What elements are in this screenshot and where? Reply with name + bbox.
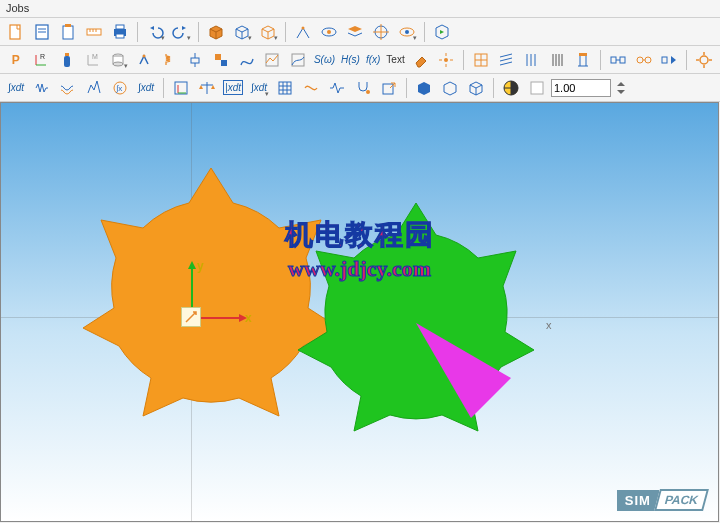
cube-wire2-button[interactable]: ▾ [256, 20, 280, 44]
marker-icon[interactable] [499, 76, 523, 100]
damper-icon[interactable] [184, 48, 208, 72]
toolbar-row-2: P R M ▾ S(ω) H(s) f(x) Text [0, 46, 720, 74]
menu-jobs[interactable]: Jobs [6, 2, 29, 14]
separator [600, 50, 601, 70]
pulse-icon[interactable] [325, 76, 349, 100]
spring2-icon[interactable] [30, 76, 54, 100]
text-label[interactable]: Text [384, 54, 406, 65]
joint-icon[interactable] [132, 48, 156, 72]
ruler-button[interactable] [82, 20, 106, 44]
steth-icon[interactable] [351, 76, 375, 100]
axis-marker-x: x [546, 319, 552, 331]
eye2-button[interactable]: ▾ [395, 20, 419, 44]
toolbar-row-1: ▾ ▾ ▾ ▾ ▾ [0, 18, 720, 46]
p-button[interactable]: P [4, 48, 28, 72]
fx-label[interactable]: f(x) [364, 54, 382, 65]
page-button[interactable] [30, 20, 54, 44]
separator [493, 78, 494, 98]
integral3-button[interactable]: ∫xdt [134, 76, 158, 100]
svg-text:∫x: ∫x [115, 84, 122, 93]
mesh-icon[interactable] [273, 76, 297, 100]
watermark-cn: 机电教程园 [285, 216, 435, 254]
layers-button[interactable] [343, 20, 367, 44]
eye-button[interactable] [317, 20, 341, 44]
svg-point-62 [637, 57, 643, 63]
cube-button[interactable] [204, 20, 228, 44]
eraser-icon[interactable] [409, 48, 433, 72]
box-solid-icon[interactable] [412, 76, 436, 100]
spinner-icon[interactable] [613, 76, 629, 100]
printer-button[interactable] [108, 20, 132, 44]
sw-label[interactable]: S(ω) [312, 54, 337, 65]
svg-rect-25 [65, 53, 69, 56]
waves-icon[interactable] [56, 76, 80, 100]
freq-icon[interactable] [82, 76, 106, 100]
curve2-icon[interactable] [299, 76, 323, 100]
gear-settings-icon[interactable] [692, 48, 716, 72]
logo-sim: SIM [617, 490, 659, 511]
svg-rect-36 [215, 54, 221, 60]
rail-icon[interactable] [572, 48, 596, 72]
svg-point-20 [405, 30, 409, 34]
separator [424, 22, 425, 42]
svg-rect-65 [662, 57, 667, 63]
blank-button[interactable] [525, 76, 549, 100]
box-wire-icon[interactable] [438, 76, 462, 100]
svg-rect-24 [64, 56, 70, 67]
integral2-button[interactable]: ∫x [108, 76, 132, 100]
hatch3-icon[interactable] [546, 48, 570, 72]
svg-rect-58 [579, 53, 587, 56]
contact-icon[interactable] [209, 48, 233, 72]
hs-label[interactable]: H(s) [339, 54, 362, 65]
svg-point-32 [143, 54, 146, 57]
separator [198, 22, 199, 42]
plot2-icon[interactable] [286, 48, 310, 72]
svg-point-31 [113, 62, 123, 66]
separator [406, 78, 407, 98]
cube-wire-button[interactable]: ▾ [230, 20, 254, 44]
svg-line-48 [500, 54, 512, 57]
scale-input[interactable] [551, 79, 611, 97]
watermark: 机电教程园 www.jdjcy.com [285, 216, 435, 282]
new-doc-button[interactable] [4, 20, 28, 44]
svg-point-40 [444, 58, 448, 62]
curve-icon[interactable] [235, 48, 259, 72]
redo-button[interactable]: ▾ [169, 20, 193, 44]
clipboard-button[interactable] [56, 20, 80, 44]
hatch-icon[interactable] [495, 48, 519, 72]
r-frame-button[interactable]: R [30, 48, 54, 72]
svg-rect-37 [221, 60, 227, 66]
svg-point-13 [302, 26, 305, 29]
bottle-icon[interactable] [55, 48, 79, 72]
svg-line-49 [500, 58, 512, 61]
grid-icon[interactable] [469, 48, 493, 72]
integral-box-icon[interactable]: |xdt [221, 76, 245, 100]
link1-icon[interactable] [606, 48, 630, 72]
crosshair-button[interactable] [369, 20, 393, 44]
y-axis-label: y [197, 259, 204, 273]
export-icon[interactable] [377, 76, 401, 100]
cube-play-button[interactable] [430, 20, 454, 44]
plot-icon[interactable] [261, 48, 285, 72]
svg-rect-12 [116, 34, 124, 38]
draft-icon[interactable] [291, 20, 315, 44]
x-axis-label: x [245, 311, 252, 325]
cylinder-button[interactable]: ▾ [107, 48, 131, 72]
box-wire2-icon[interactable] [464, 76, 488, 100]
m-frame-button[interactable]: M [81, 48, 105, 72]
spring-icon[interactable] [158, 48, 182, 72]
hatch2-icon[interactable] [520, 48, 544, 72]
integral1-button[interactable]: ∫xdt [4, 76, 28, 100]
balance-icon[interactable] [195, 76, 219, 100]
undo-button[interactable]: ▾ [143, 20, 167, 44]
integral4-button[interactable]: ∫xdt▾ [247, 76, 271, 100]
viewport-3d[interactable]: x y x 机电教程园 www.jdjcy.com SIM PACK [0, 102, 719, 522]
explode-icon[interactable] [434, 48, 458, 72]
frame-a-icon[interactable] [169, 76, 193, 100]
svg-rect-73 [175, 82, 187, 94]
link2-icon[interactable] [632, 48, 656, 72]
svg-rect-59 [611, 57, 616, 63]
svg-point-83 [366, 90, 370, 94]
svg-point-66 [700, 56, 708, 64]
link3-icon[interactable] [658, 48, 682, 72]
